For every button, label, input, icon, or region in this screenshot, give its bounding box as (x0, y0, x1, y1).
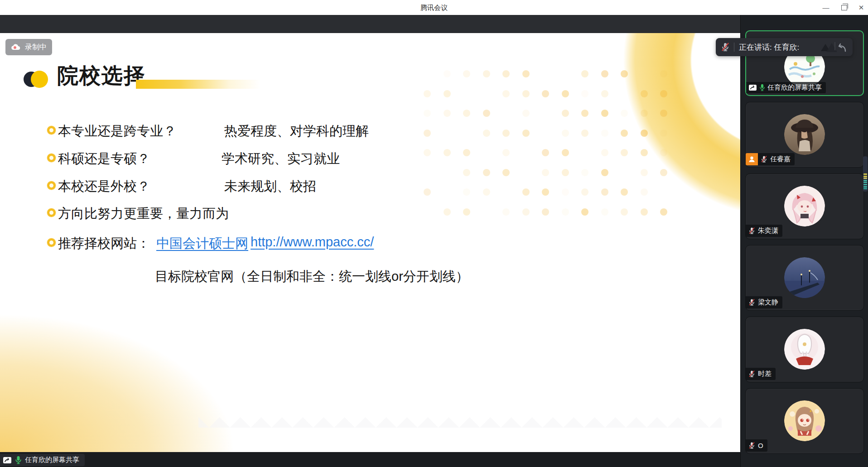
participant-label: O (746, 439, 767, 452)
decor-dot (621, 149, 628, 156)
shared-screen-slide: 院校选择 本专业还是跨专业？热爱程度、对学科的理解科硕还是专硕？学术研究、实习就… (0, 33, 740, 452)
participant-tile[interactable]: 朱奕潇 (745, 173, 864, 239)
bullet-right-text: 学术研究、实习就业 (222, 150, 340, 168)
slide-link[interactable]: 中国会计硕士网 (156, 235, 248, 253)
restore-icon (841, 5, 847, 10)
mic-muted-icon (760, 154, 768, 164)
decor-dot (483, 70, 490, 77)
bullet-left-text: 科硕还是专硕？ (58, 150, 150, 168)
decor-dot (581, 208, 588, 216)
screen-share-badge[interactable]: 任育欣的屏幕共享 (0, 454, 85, 466)
decor-dot (463, 110, 470, 117)
participant-label: 任睿嘉 (746, 153, 795, 165)
slide-title: 院校选择 (57, 62, 146, 90)
decor-dot (581, 130, 588, 137)
decor-dot (641, 110, 648, 117)
decor-dot (562, 208, 569, 216)
participant-tile[interactable]: O (745, 388, 864, 454)
decor-dot (562, 110, 569, 117)
decor-dot (502, 169, 510, 176)
participant-name: 时差 (758, 370, 772, 378)
decor-dot (424, 149, 431, 156)
decor-dot (444, 149, 451, 156)
decor-dot (581, 70, 588, 77)
decor-dot (562, 169, 569, 176)
decor-dot (424, 90, 431, 97)
mic-on-icon (15, 456, 22, 465)
label-pill: 朱奕潇 (746, 225, 782, 237)
decor-dot (641, 149, 648, 156)
meter-segment (863, 184, 867, 185)
meter-segment (863, 180, 867, 181)
decor-dot (660, 90, 667, 97)
participant-name: O (758, 442, 763, 449)
decor-dot (522, 208, 530, 216)
ring-bullet-icon (47, 126, 56, 135)
participant-label: 任育欣的屏幕共享 (746, 82, 826, 93)
participant-label: 梁文静 (746, 296, 782, 308)
decor-dot (463, 70, 470, 77)
decor-dot (444, 208, 451, 216)
slide-subnote: 目标院校官网（全日制和非全：统一划线or分开划线） (155, 268, 469, 286)
toast-arrows-icon[interactable] (820, 40, 849, 54)
decor-dot (542, 188, 549, 196)
recording-badge[interactable]: 录制中 (5, 39, 52, 55)
decor-dot (621, 208, 628, 216)
label-pill: 梁文静 (746, 296, 782, 308)
restore-button[interactable] (837, 0, 851, 15)
decor-dot (601, 70, 608, 77)
meter-segment (863, 188, 867, 189)
ring-bullet-icon (47, 208, 56, 217)
title-accent-bar (136, 80, 260, 89)
bullet-left-text: 本校还是外校？ (58, 178, 150, 196)
mic-muted-icon (748, 441, 756, 450)
decor-dot (660, 149, 667, 156)
close-button[interactable]: ✕ (854, 0, 868, 15)
recording-label: 录制中 (25, 43, 47, 52)
decor-dot (581, 169, 588, 176)
window-title: 腾讯会议 (420, 0, 448, 15)
decor-dot (483, 188, 490, 196)
mic-muted-icon (748, 369, 756, 379)
participant-tile[interactable]: 任睿嘉 (745, 102, 864, 168)
decor-dot (542, 169, 549, 176)
person-badge-icon (746, 153, 758, 165)
meter-segment (863, 186, 867, 188)
decor-dot (562, 149, 569, 156)
minimize-button[interactable]: — (819, 0, 833, 15)
decor-dot (502, 90, 510, 97)
decor-watermark-band (198, 407, 722, 428)
screen-share-icon (748, 84, 757, 91)
participant-tile[interactable]: 梁文静 (745, 245, 864, 311)
label-pill: 任睿嘉 (758, 153, 795, 165)
bullet-right-text: 热爱程度、对学科的理解 (224, 122, 369, 140)
decor-dot (424, 130, 431, 137)
decor-dot (424, 188, 431, 196)
mic-muted-icon (748, 298, 756, 307)
decor-dot (581, 188, 588, 196)
decor-dot (502, 70, 510, 77)
decor-dot (621, 110, 628, 117)
decor-dot (424, 110, 431, 117)
decor-dot (542, 90, 549, 97)
ring-bullet-icon (47, 181, 56, 190)
bullet-right-text: 未来规划、校招 (224, 178, 316, 196)
sidebar-scrollbar[interactable] (863, 156, 868, 192)
bullet-left-text: 推荐择校网站： (58, 235, 150, 253)
decor-dot (601, 90, 608, 97)
decor-dot (483, 130, 490, 137)
slide-link[interactable]: http://www.mpacc.cc/ (251, 235, 374, 250)
participant-tile[interactable]: 时差 (745, 317, 864, 382)
decor-dot (502, 130, 510, 137)
decor-yellow-ring (623, 33, 740, 217)
label-pill: 时差 (746, 368, 776, 380)
decor-dot (621, 130, 628, 137)
decor-dot (621, 188, 628, 196)
mic-muted-icon (748, 226, 756, 236)
decor-dot (463, 149, 470, 156)
decor-dot (483, 110, 490, 117)
decor-dot (502, 208, 510, 216)
window-titlebar: 腾讯会议 — ✕ (0, 0, 868, 15)
decor-dot (660, 70, 667, 77)
decor-dot (444, 110, 451, 117)
